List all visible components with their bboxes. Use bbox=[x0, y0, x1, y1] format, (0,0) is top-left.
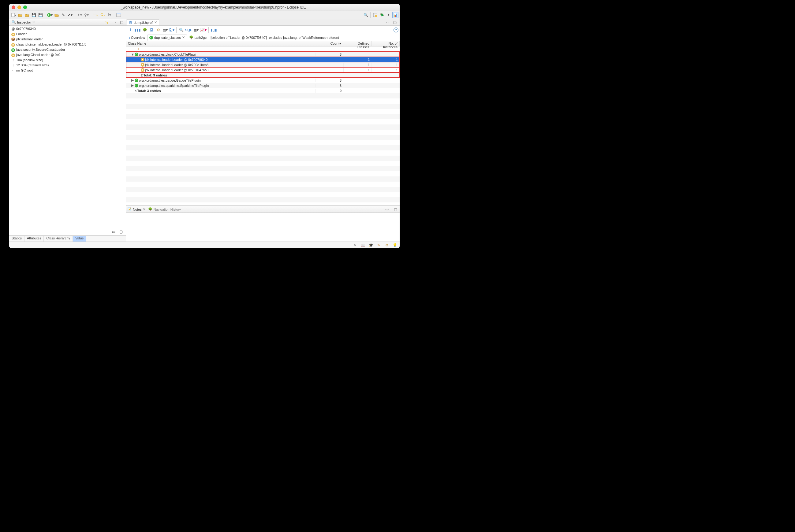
minimize-window-button[interactable] bbox=[17, 5, 21, 9]
search-button[interactable]: 🔍 bbox=[178, 27, 184, 33]
close-window-button[interactable] bbox=[12, 5, 15, 9]
sb-icon-4[interactable]: ✎ bbox=[376, 242, 382, 248]
minimize-view-button[interactable]: ▭ bbox=[111, 19, 117, 25]
grid-body[interactable]: ⇢▼C org.kordamp.tiles.clock.ClockTilePlu… bbox=[126, 46, 400, 205]
save-button[interactable]: 💾 bbox=[31, 12, 37, 18]
sql-button[interactable]: SQL bbox=[185, 27, 193, 33]
maximize-view-button[interactable]: ▢ bbox=[119, 19, 125, 25]
notes-body[interactable] bbox=[126, 213, 400, 242]
inspector-bottom-icons: ▭ ▢ bbox=[9, 228, 126, 235]
zoom-window-button[interactable] bbox=[23, 5, 27, 9]
info-button[interactable]: i bbox=[127, 27, 133, 33]
path2gc-tab[interactable]: 🌳 path2gc bbox=[187, 35, 209, 41]
notes-tab[interactable]: 📝 Notes ✕ bbox=[127, 207, 146, 211]
empty-row bbox=[126, 192, 400, 197]
empty-row bbox=[126, 114, 400, 119]
editor-max-button[interactable]: ▢ bbox=[392, 19, 398, 25]
histogram-button[interactable]: ▮▮▮ bbox=[134, 27, 141, 33]
loader-row[interactable]: ■ jdk.internal.loader.Loader @ 0x701047a… bbox=[126, 67, 400, 73]
class-row[interactable]: ▶C org.kordamp.tiles.sparkline.Sparkline… bbox=[126, 83, 400, 88]
task-button[interactable]: ✔▾ bbox=[67, 12, 73, 18]
inspector-row[interactable]: ↕104 (shallow size) bbox=[9, 57, 126, 63]
header-classname[interactable]: Class Name bbox=[126, 41, 315, 46]
edit-button[interactable]: ✎ bbox=[60, 12, 67, 18]
inspector-row[interactable]: ↕12.304 (retained size) bbox=[9, 63, 126, 68]
debug-perspective-button[interactable]: 🪲 bbox=[379, 12, 385, 18]
duplicate-classes-tab[interactable]: C duplicate_classes ✕ bbox=[147, 35, 187, 41]
regex-filter-row[interactable]: ⇢ bbox=[126, 46, 400, 52]
help-button[interactable]: ? bbox=[394, 27, 398, 33]
notes-close-icon[interactable]: ✕ bbox=[143, 207, 146, 211]
sb-icon-5[interactable]: ⚙ bbox=[384, 242, 390, 248]
inspector-row[interactable]: ■class jdk.internal.loader.Loader @ 0x70… bbox=[9, 42, 126, 47]
gear-button[interactable]: ⚙ bbox=[155, 27, 161, 33]
editor-min-button[interactable]: ▭ bbox=[384, 19, 391, 25]
db-button[interactable]: 🗄▾ bbox=[168, 27, 175, 33]
back-button[interactable]: ⮌▾ bbox=[93, 12, 99, 18]
overview-tab[interactable]: i Overview bbox=[127, 35, 147, 41]
svg-rect-2 bbox=[116, 13, 121, 14]
empty-row bbox=[126, 140, 400, 145]
empty-row bbox=[126, 130, 400, 135]
new-menu-button[interactable] bbox=[11, 12, 17, 18]
app-window: _workspace_new - /Users/gunnar/Developme… bbox=[9, 4, 400, 248]
plugin-perspective-button[interactable]: ✦ bbox=[385, 12, 392, 18]
open-folder-button[interactable] bbox=[17, 12, 23, 18]
loader-row[interactable]: ■ jdk.internal.loader.Loader @ 0x7007f93… bbox=[126, 57, 400, 62]
grid-menu-button[interactable]: ▦▾ bbox=[193, 27, 199, 33]
nav-icon: 🌳 bbox=[148, 207, 152, 211]
list-button[interactable]: ▤▾ bbox=[162, 27, 168, 33]
sb-tip-icon[interactable]: 💡 bbox=[392, 242, 398, 248]
sb-icon-2[interactable]: 📖 bbox=[360, 242, 366, 248]
header-defined[interactable]: Defined Classes bbox=[343, 41, 372, 46]
run-menu-button[interactable]: ▸▾ bbox=[47, 12, 53, 18]
editor-tab-hprof[interactable]: 🗄 dump8.hprof ✕ bbox=[127, 19, 159, 25]
total-row[interactable]: Σ Total: 3 entries bbox=[126, 73, 400, 78]
inspector-tab-attributes[interactable]: Attributes bbox=[24, 236, 44, 242]
tree-button[interactable]: 🌳 bbox=[142, 27, 148, 33]
loader-row[interactable]: ■ jdk.internal.loader.Loader @ 0x700e1be… bbox=[126, 62, 400, 67]
sb-icon-1[interactable]: ✎ bbox=[352, 242, 358, 248]
oql-button[interactable]: 🗄 bbox=[148, 27, 155, 33]
search-icon[interactable]: 🔍 bbox=[363, 12, 369, 18]
wand-button[interactable]: ✦▾ bbox=[76, 12, 83, 18]
up-button[interactable]: ⤴▾ bbox=[106, 12, 112, 18]
nav-history-tab[interactable]: 🌳 Navigation History bbox=[148, 207, 181, 211]
min-icon[interactable]: ▭ bbox=[111, 229, 117, 235]
class-row[interactable]: ▶C org.kordamp.tiles.gauge.GaugeTilePlug… bbox=[126, 78, 400, 83]
header-instances[interactable]: No. of Instances bbox=[372, 41, 400, 46]
total-row[interactable]: Σ Total: 3 entries9 bbox=[126, 88, 400, 93]
class-row[interactable]: ▼C org.kordamp.tiles.clock.ClockTilePlug… bbox=[126, 52, 400, 57]
anchor-button[interactable]: ⚲▾ bbox=[83, 12, 89, 18]
forward-button[interactable]: ⮎▾ bbox=[100, 12, 106, 18]
close-icon[interactable]: ✕ bbox=[182, 36, 185, 39]
inspector-row[interactable]: @0x7007f9340 bbox=[9, 26, 126, 32]
inspector-row[interactable]: ■Loader bbox=[9, 32, 126, 37]
mat-perspective-button[interactable]: 📊 bbox=[392, 12, 398, 18]
chart-button[interactable]: 📈▾ bbox=[200, 27, 207, 33]
bottom-min-button[interactable]: ▭ bbox=[384, 206, 390, 212]
inspector-row[interactable]: ■java.lang.ClassLoader @ 0x0 bbox=[9, 52, 126, 57]
sb-icon-3[interactable]: 🎓 bbox=[368, 242, 374, 248]
inspector-row[interactable]: ○no GC root bbox=[9, 68, 126, 73]
bars-button[interactable]: ▮▯▮ bbox=[210, 27, 217, 33]
inspector-row[interactable]: 📦jdk.internal.loader bbox=[9, 37, 126, 42]
open-folder2-button[interactable] bbox=[24, 12, 30, 18]
empty-row bbox=[126, 98, 400, 103]
notes-icon: 📝 bbox=[127, 207, 131, 211]
header-count[interactable]: Count▾ bbox=[315, 41, 343, 46]
save-all-button[interactable]: 💾 bbox=[37, 12, 43, 18]
open-perspective-button[interactable] bbox=[372, 12, 378, 18]
max-icon[interactable]: ▢ bbox=[118, 229, 124, 235]
inspector-row[interactable]: Cjava.security.SecureClassLoader bbox=[9, 47, 126, 52]
perspective-button[interactable] bbox=[116, 12, 122, 18]
inspector-tab-statics[interactable]: Statics bbox=[9, 236, 24, 242]
open-type-button[interactable] bbox=[54, 12, 60, 18]
duplicate-classes-label: duplicate_classes bbox=[154, 36, 181, 39]
link-editor-button[interactable]: ⇆ bbox=[104, 19, 110, 25]
editor-tab-close-icon[interactable]: ✕ bbox=[154, 20, 157, 24]
bottom-max-button[interactable]: ▢ bbox=[392, 206, 398, 212]
inspector-tab-class-hierarchy[interactable]: Class Hierarchy bbox=[44, 236, 73, 242]
inspector-tab-value[interactable]: Value bbox=[73, 236, 86, 242]
inspector-close-icon[interactable]: ✕ bbox=[32, 20, 35, 24]
